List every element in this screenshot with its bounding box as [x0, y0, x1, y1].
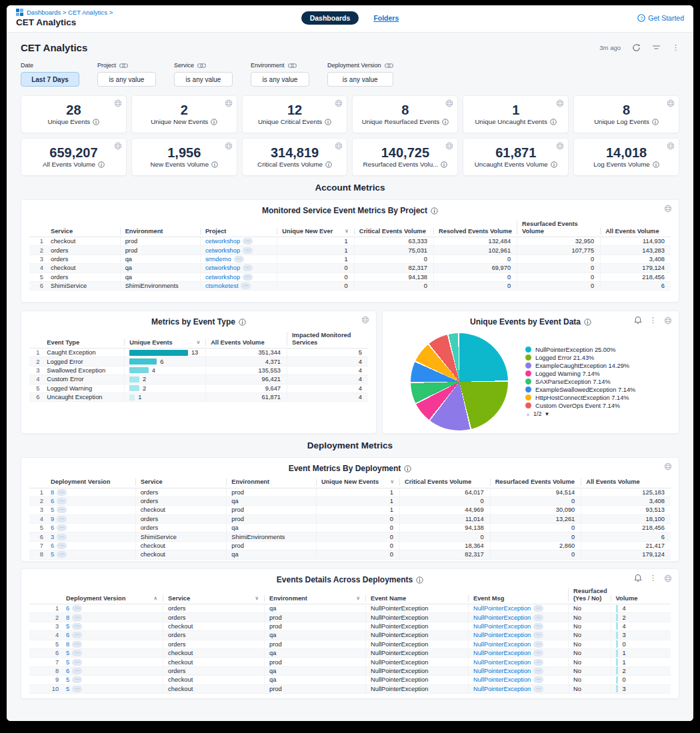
filter-chip[interactable]: is any value	[97, 72, 156, 87]
more-badge[interactable]: ⋯	[243, 265, 253, 271]
legend-item[interactable]: HttpHostConnectException 7.14%	[525, 394, 642, 402]
more-badge[interactable]: ⋯	[533, 650, 543, 656]
more-badge[interactable]: ⋯	[57, 489, 67, 496]
more-badge[interactable]: ⋯	[72, 650, 82, 656]
more-badge[interactable]: ⋯	[533, 676, 543, 683]
legend-item[interactable]: Logged Error 21.43%	[525, 355, 642, 362]
more-badge[interactable]: ⋯	[234, 256, 244, 263]
globe-icon[interactable]	[361, 316, 369, 324]
more-badge[interactable]: ⋯	[72, 605, 82, 612]
info-icon[interactable]	[98, 161, 105, 168]
cell-link[interactable]: NullPointerException	[473, 650, 531, 656]
more-badge[interactable]: ⋯	[72, 659, 82, 666]
cell-link[interactable]: srmdemo	[205, 256, 231, 263]
column-header[interactable]: Deployment Version∧	[61, 595, 163, 602]
cell-link[interactable]: 6	[66, 632, 69, 638]
cell-link[interactable]: 6	[66, 668, 69, 674]
more-badge[interactable]: ⋯	[57, 551, 67, 558]
more-badge[interactable]: ⋯	[533, 668, 543, 674]
cell-link[interactable]: 5	[66, 659, 69, 666]
more-badge[interactable]: ⋯	[72, 614, 82, 621]
refresh-icon[interactable]	[632, 43, 641, 52]
more-badge[interactable]: ⋯	[57, 542, 67, 549]
cell-link[interactable]: cetworkshop	[205, 238, 240, 245]
more-menu-icon[interactable]: ⋮	[672, 43, 679, 52]
cell-link[interactable]: NullPointerException	[473, 659, 531, 666]
more-badge[interactable]: ⋯	[243, 274, 253, 281]
cell-link[interactable]: 6	[51, 498, 54, 504]
cell-link[interactable]: 5	[66, 650, 69, 656]
more-badge[interactable]: ⋯	[533, 659, 543, 666]
tab-folders[interactable]: Folders	[373, 14, 399, 22]
info-icon[interactable]	[325, 119, 331, 125]
info-icon[interactable]	[404, 465, 411, 472]
globe-icon[interactable]	[335, 99, 343, 107]
info-icon[interactable]	[93, 119, 99, 125]
cell-link[interactable]: 6	[51, 542, 54, 549]
globe-icon[interactable]	[225, 99, 233, 107]
more-badge[interactable]: ⋯	[533, 632, 543, 638]
cell-link[interactable]: cetworkshop	[205, 274, 240, 281]
globe-icon[interactable]	[556, 142, 564, 150]
cell-link[interactable]: NullPointerException	[473, 632, 531, 638]
legend-page-down-icon[interactable]: ▼	[544, 411, 549, 417]
more-badge[interactable]: ⋯	[243, 238, 253, 245]
globe-icon[interactable]	[667, 99, 675, 107]
cell-link[interactable]: 6	[66, 605, 69, 612]
cell-link[interactable]: 8	[51, 489, 54, 496]
more-badge[interactable]: ⋯	[57, 506, 67, 513]
more-badge[interactable]: ⋯	[72, 668, 82, 674]
info-icon[interactable]	[211, 119, 217, 125]
globe-icon[interactable]	[114, 142, 122, 150]
cell-link[interactable]: NullPointerException	[473, 676, 531, 683]
more-badge[interactable]: ⋯	[533, 686, 543, 692]
more-badge[interactable]: ⋯	[72, 632, 82, 638]
cell-link[interactable]: 8	[66, 614, 69, 621]
filter-chip[interactable]: is any value	[174, 72, 233, 87]
legend-item[interactable]: Logged Warning 7.14%	[525, 370, 642, 378]
column-header[interactable]: Unique New Events∨	[316, 478, 399, 486]
cell-link[interactable]: 5	[51, 551, 54, 558]
cell-link[interactable]: 3	[51, 534, 54, 540]
info-icon[interactable]	[550, 119, 557, 125]
cell-link[interactable]: 9	[51, 516, 54, 522]
more-badge[interactable]: ⋯	[533, 623, 543, 630]
column-header[interactable]: Unique New Ever∨	[277, 228, 353, 235]
info-icon[interactable]	[653, 161, 659, 168]
globe-icon[interactable]	[445, 142, 453, 150]
cell-link[interactable]: 5	[66, 686, 69, 692]
cell-link[interactable]: NullPointerException	[473, 686, 531, 692]
filter-chip[interactable]: is any value	[327, 72, 393, 87]
cell-link[interactable]: 6	[51, 524, 54, 531]
filter-icon[interactable]	[652, 44, 661, 51]
more-menu-icon[interactable]: ⋮	[649, 574, 657, 582]
info-icon[interactable]	[211, 161, 218, 168]
breadcrumb[interactable]: Dashboards > CET Analytics >	[27, 9, 113, 16]
more-badge[interactable]: ⋯	[533, 614, 543, 621]
more-badge[interactable]: ⋯	[243, 247, 253, 254]
more-badge[interactable]: ⋯	[57, 534, 67, 540]
cell-link[interactable]: 8	[66, 641, 69, 648]
globe-icon[interactable]	[664, 574, 672, 582]
filter-chip[interactable]: is any value	[251, 72, 309, 87]
globe-icon[interactable]	[664, 462, 672, 470]
column-header[interactable]: Service∨	[163, 595, 264, 602]
legend-page-up-icon[interactable]: ▲	[525, 411, 531, 417]
globe-icon[interactable]	[335, 142, 343, 150]
info-icon[interactable]	[551, 161, 557, 168]
globe-icon[interactable]	[667, 142, 675, 150]
cell-link[interactable]: 5	[66, 623, 69, 630]
cell-link[interactable]: NullPointerException	[473, 641, 531, 648]
legend-item[interactable]: SAXParseException 7.14%	[525, 378, 642, 386]
legend-item[interactable]: ExampleCaughtException 14.29%	[525, 363, 642, 370]
more-badge[interactable]: ⋯	[72, 676, 82, 683]
alert-bell-icon[interactable]	[634, 574, 642, 582]
legend-item[interactable]: ExampleSwallowedException 7.14%	[525, 386, 642, 394]
info-icon[interactable]	[442, 119, 449, 125]
info-icon[interactable]	[431, 207, 438, 215]
more-badge[interactable]: ⋯	[533, 641, 543, 648]
more-badge[interactable]: ⋯	[72, 641, 82, 648]
info-icon[interactable]	[416, 576, 423, 584]
more-badge[interactable]: ⋯	[57, 516, 67, 522]
globe-icon[interactable]	[114, 99, 122, 107]
